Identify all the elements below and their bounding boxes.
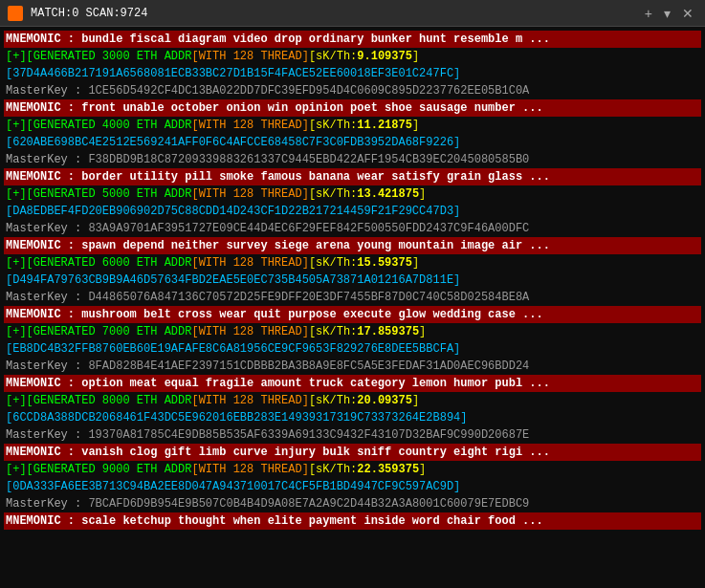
log-line-11: MasterKey : 83A9A9701AF3951727E09CE44D4E… [4,220,701,237]
log-line-25: [+][GENERATED 9000 ETH ADDR[WITH 128 THR… [4,461,701,478]
log-line-23: MasterKey : 19370A81785C4E9DB85B535AF633… [4,426,701,444]
app-icon [8,6,23,21]
log-line-8: MNEMONIC : border utility pill smoke fam… [4,168,701,185]
dropdown-button[interactable]: ▾ [660,6,674,21]
log-line-9: [+][GENERATED 5000 ETH ADDR[WITH 128 THR… [4,185,701,203]
log-line-14: [D494FA79763CB9B9A46D57634FBD2EAE5E0EC73… [4,272,701,289]
log-line-16: MNEMONIC : mushroom belt cross wear quit… [4,306,701,323]
log-line-18: [EB8DC4B32FFB8760EB60E19AFAFE8C6A81956CE… [4,340,701,358]
new-tab-button[interactable]: + [641,6,656,21]
log-line-17: [+][GENERATED 7000 ETH ADDR[WITH 128 THR… [4,323,701,340]
log-line-7: MasterKey : F38DBD9B18C87209339883261337… [4,151,701,168]
content-area: MNEMONIC : bundle fiscal diagram video d… [0,27,705,588]
log-line-4: MNEMONIC : front unable october onion wi… [4,99,701,117]
log-line-12: MNEMONIC : spawn depend neither survey s… [4,237,701,254]
log-line-27: MasterKey : 7BCAFD6D9B954E9B507C0B4B4D9A… [4,495,701,512]
log-line-13: [+][GENERATED 6000 ETH ADDR[WITH 128 THR… [4,254,701,272]
log-line-5: [+][GENERATED 4000 ETH ADDR[WITH 128 THR… [4,117,701,134]
title-bar-text: MATCH:0 SCAN:9724 [31,7,633,20]
title-bar-controls: + ▾ ✕ [641,6,697,21]
log-line-19: MasterKey : 8FAD828B4E41AEF2397151CDBBB2… [4,358,701,375]
title-bar: MATCH:0 SCAN:9724 + ▾ ✕ [0,0,705,27]
log-line-21: [+][GENERATED 8000 ETH ADDR[WITH 128 THR… [4,392,701,409]
log-line-15: MasterKey : D44865076A847136C70572D25FE9… [4,289,701,306]
log-line-3: MasterKey : 1CE56D5492CF4DC13BA022DD7DFC… [4,82,701,99]
close-button[interactable]: ✕ [678,6,697,21]
log-line-10: [DA8EDBEF4FD20EB906902D75C88CDD14D243CF1… [4,203,701,220]
log-line-26: [0DA333FA6EE3B713C94BA2EE8D047A943710017… [4,478,701,495]
log-line-22: [6CCD8A388DCB2068461F43DC5E962016EBB283E… [4,409,701,426]
log-line-24: MNEMONIC : vanish clog gift limb curve i… [4,444,701,461]
log-line-2: [37D4A466B217191A6568081ECB33BC27D1B15F4… [4,65,701,82]
log-line-0: MNEMONIC : bundle fiscal diagram video d… [4,31,701,48]
log-line-6: [620ABE698BC4E2512E569241AFF0F6C4AFCCE68… [4,134,701,151]
log-line-1: [+][GENERATED 3000 ETH ADDR[WITH 128 THR… [4,48,701,65]
log-line-20: MNEMONIC : option meat equal fragile amo… [4,375,701,392]
log-line-28: MNEMONIC : scale ketchup thought when el… [4,512,701,530]
